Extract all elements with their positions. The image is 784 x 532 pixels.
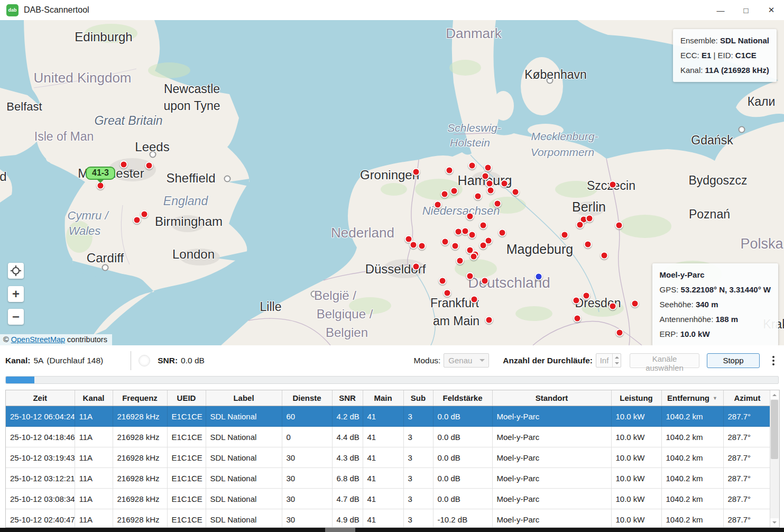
- transmitter-marker[interactable]: [441, 190, 449, 198]
- transmitter-marker[interactable]: [470, 253, 478, 261]
- spinner-buttons[interactable]: [612, 354, 621, 367]
- column-header[interactable]: Label: [206, 390, 282, 406]
- scrollbar-thumb[interactable]: [771, 400, 778, 459]
- transmitter-marker[interactable]: [609, 302, 617, 310]
- zoom-out-button[interactable]: −: [8, 309, 24, 325]
- transmitter-marker[interactable]: [410, 241, 418, 249]
- transmitter-marker[interactable]: [456, 257, 464, 265]
- transmitter-marker[interactable]: [446, 167, 454, 175]
- scroll-down-button[interactable]: [770, 518, 779, 527]
- table-row[interactable]: 25-10-12 02:40:4711A216928 kHzE1C1CESDL …: [6, 509, 771, 528]
- position-marker[interactable]: [535, 273, 543, 281]
- transmitter-marker[interactable]: [481, 277, 489, 285]
- transmitter-marker[interactable]: [471, 296, 478, 304]
- transmitter-marker[interactable]: [439, 277, 447, 285]
- overflow-menu-button[interactable]: [769, 354, 778, 368]
- table-cell: 287.7°: [723, 427, 771, 447]
- table-row[interactable]: 25-10-12 06:04:2411A216928 kHzE1C1CESDL …: [6, 406, 771, 427]
- map-label: Birmingham: [155, 214, 223, 229]
- column-header[interactable]: Entfernung▼: [661, 390, 723, 406]
- column-header[interactable]: Main: [363, 390, 403, 406]
- table-row[interactable]: 25-10-12 03:19:4311A216928 kHzE1C1CESDL …: [6, 447, 771, 468]
- column-header[interactable]: Standort: [492, 390, 611, 406]
- transmitter-marker[interactable]: [482, 172, 490, 180]
- column-header[interactable]: Azimut: [723, 390, 771, 406]
- transmitter-marker[interactable]: [573, 297, 580, 305]
- column-header[interactable]: Dienste: [282, 390, 332, 406]
- maximize-button[interactable]: □: [733, 0, 759, 20]
- table-cell: 216928 kHz: [113, 406, 167, 427]
- kanale-auswahlen-button[interactable]: Kanäle auswählen: [630, 353, 699, 368]
- transmitter-marker[interactable]: [444, 289, 451, 297]
- transmitter-marker[interactable]: [441, 238, 449, 246]
- osm-link[interactable]: OpenStreetMap: [11, 335, 65, 344]
- transmitter-marker[interactable]: [576, 221, 584, 229]
- table-cell: 216928 kHz: [113, 489, 167, 509]
- transmitter-marker[interactable]: [418, 242, 426, 250]
- zoom-in-button[interactable]: +: [8, 286, 24, 302]
- stopp-button[interactable]: Stopp: [707, 353, 760, 368]
- transmitter-marker[interactable]: [499, 229, 506, 237]
- transmitter-marker[interactable]: [583, 292, 591, 300]
- transmitter-marker[interactable]: [145, 162, 153, 170]
- land-fyn: [493, 91, 514, 121]
- transmitter-marker[interactable]: [434, 201, 442, 209]
- transmitter-marker[interactable]: [479, 222, 487, 230]
- transmitter-marker[interactable]: [466, 213, 474, 221]
- transmitter-marker[interactable]: [412, 168, 420, 176]
- transmitter-marker[interactable]: [609, 181, 617, 189]
- transmitter-marker[interactable]: [631, 300, 639, 308]
- transmitter-marker[interactable]: [584, 241, 592, 249]
- spinner-up-icon[interactable]: [615, 354, 619, 359]
- transmitter-marker[interactable]: [485, 316, 493, 324]
- scroll-up-button[interactable]: [770, 390, 779, 399]
- column-header[interactable]: Frequenz: [113, 390, 167, 406]
- modus-select[interactable]: Genau: [444, 353, 489, 368]
- bottom-edge-segment: [325, 528, 355, 532]
- table-cell: Moel-y-Parc: [492, 427, 611, 447]
- transmitter-marker[interactable]: [450, 187, 458, 195]
- locate-button[interactable]: [8, 263, 24, 279]
- transmitter-marker[interactable]: [474, 192, 482, 200]
- map-canvas[interactable]: EdinburghUnited KingdomNewcastleupon Tyn…: [0, 20, 784, 345]
- transmitter-marker[interactable]: [466, 272, 474, 280]
- transmitter-marker[interactable]: [494, 200, 502, 208]
- table-row[interactable]: 25-10-12 03:08:3411A216928 kHzE1C1CESDL …: [6, 489, 771, 509]
- column-header[interactable]: Feldstärke: [433, 390, 492, 406]
- column-header[interactable]: UEID: [167, 390, 206, 406]
- transmitter-marker[interactable]: [141, 210, 149, 218]
- transmitter-marker[interactable]: [487, 187, 495, 195]
- column-header[interactable]: Sub: [403, 390, 433, 406]
- transmitter-marker[interactable]: [512, 188, 520, 196]
- snr-value: 0.0 dB: [181, 356, 205, 365]
- spinner-down-icon[interactable]: [615, 362, 619, 366]
- transmitter-marker[interactable]: [133, 216, 141, 224]
- durchlaufe-spinner[interactable]: Inf: [596, 353, 621, 368]
- spinner-value: Inf: [596, 356, 612, 365]
- column-header[interactable]: Kanal: [75, 390, 113, 406]
- transmitter-marker[interactable]: [468, 162, 476, 170]
- transmitter-marker[interactable]: [586, 215, 594, 223]
- transmitter-marker[interactable]: [451, 242, 459, 250]
- transmitter-marker[interactable]: [616, 329, 624, 337]
- transmitter-marker[interactable]: [484, 164, 492, 172]
- column-header[interactable]: SNR: [332, 390, 363, 406]
- transmitter-marker[interactable]: [615, 222, 623, 230]
- table-row[interactable]: 25-10-12 03:12:2111A216928 kHzE1C1CESDL …: [6, 468, 771, 489]
- transmitter-marker[interactable]: [120, 161, 128, 169]
- column-header[interactable]: Leistung: [611, 390, 661, 406]
- transmitter-marker[interactable]: [412, 263, 420, 271]
- transmitter-marker[interactable]: [561, 231, 569, 239]
- close-button[interactable]: ✕: [759, 0, 784, 20]
- table-cell: 10.0 kW: [611, 468, 661, 489]
- transmitter-marker[interactable]: [479, 242, 487, 250]
- transmitter-marker[interactable]: [574, 315, 582, 323]
- table-cell: 1040.2 km: [661, 468, 723, 489]
- table-scrollbar[interactable]: [770, 390, 779, 527]
- transmitter-marker[interactable]: [501, 180, 509, 188]
- transmitter-marker[interactable]: [468, 231, 476, 239]
- table-row[interactable]: 25-10-12 04:18:4611A216928 kHzE1C1CESDL …: [6, 427, 771, 447]
- column-header[interactable]: Zeit: [6, 390, 75, 406]
- minimize-button[interactable]: —: [708, 0, 733, 20]
- transmitter-marker[interactable]: [601, 252, 608, 260]
